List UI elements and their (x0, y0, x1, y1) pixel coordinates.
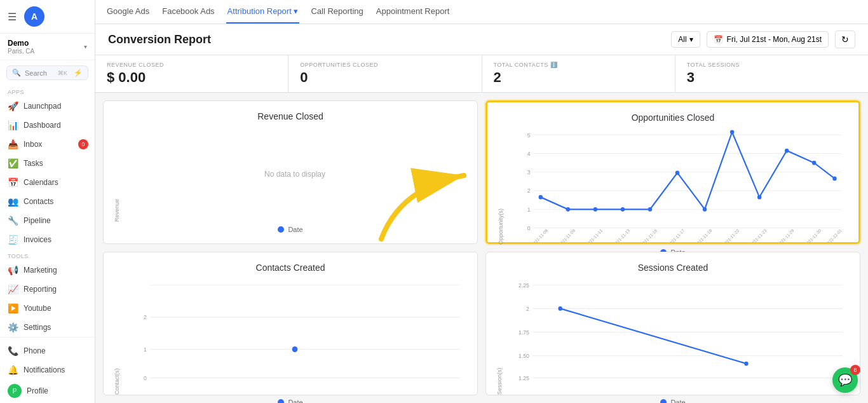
sidebar: ☰ A Demo Paris, CA ▾ 🔍 Search ⌘K ⚡ Apps … (0, 0, 95, 403)
calendars-icon: 📅 (8, 177, 18, 188)
notifications-icon: 🔔 (8, 365, 18, 375)
sidebar-item-tasks[interactable]: ✅ Tasks (0, 154, 95, 173)
sidebar-item-dashboard[interactable]: 📊 Dashboard (0, 116, 95, 135)
y-axis-label: Contact(s) (114, 278, 120, 395)
svg-text:2021-12-01: 2021-12-01 (825, 228, 843, 242)
tools-section-label: Tools (0, 249, 95, 261)
svg-text:1.50: 1.50 (519, 353, 529, 359)
chart-contacts-created: Contacts Created Contact(s) 0 1 2 (103, 252, 478, 395)
inbox-icon: 📥 (8, 139, 18, 149)
sidebar-item-reporting[interactable]: 📈 Reporting (0, 280, 95, 299)
chart-inner: Session(s) 1.25 1.50 1.75 2 2.25 (496, 278, 850, 395)
nav-attribution-report[interactable]: Attribution Report ▾ (226, 0, 300, 24)
sidebar-item-launchpad[interactable]: 🚀 Launchpad (0, 97, 95, 116)
chart-inner: Contact(s) 0 1 2 (114, 278, 467, 395)
svg-point-23 (832, 177, 836, 181)
chevron-down-icon: ▾ (84, 43, 87, 50)
svg-point-19 (730, 130, 734, 134)
sidebar-item-calendars[interactable]: 📅 Calendars (0, 173, 95, 192)
svg-point-20 (757, 195, 761, 200)
legend-label: Date (288, 226, 302, 233)
info-icon: ℹ️ (550, 62, 558, 68)
svg-text:5: 5 (527, 132, 531, 138)
charts-area: Revenue Closed Revenue No data to displa… (95, 93, 868, 403)
pipeline-icon: 🔧 (8, 215, 18, 226)
hamburger-icon[interactable]: ☰ (8, 11, 17, 23)
dashboard-icon: 📊 (8, 120, 18, 130)
nav-facebook-ads[interactable]: Facebook Ads (161, 0, 215, 24)
settings-icon: ⚙️ (8, 322, 18, 332)
refresh-button[interactable]: ↻ (835, 31, 855, 48)
youtube-icon: ▶️ (8, 303, 18, 313)
chart-svg-wrapper: 1.25 1.50 1.75 2 2.25 (505, 278, 850, 395)
svg-text:2021-11-23: 2021-11-23 (749, 228, 767, 242)
sidebar-item-phone[interactable]: 📞 Phone (0, 341, 95, 360)
sidebar-item-label: Pipeline (24, 216, 51, 225)
reporting-icon: 📈 (8, 284, 18, 294)
svg-text:2021-11-09: 2021-11-09 (558, 228, 576, 242)
account-location: Paris, CA (8, 48, 34, 55)
stat-label: Total Sessions (687, 62, 857, 68)
stat-revenue-closed: Revenue Closed $ 0.00 (95, 55, 288, 92)
filter-select[interactable]: All ▾ (671, 31, 700, 48)
nav-appointment-report[interactable]: Appointment Report (375, 0, 451, 24)
chat-bubble[interactable]: 💬 8 (832, 367, 858, 393)
sidebar-item-youtube[interactable]: ▶️ Youtube (0, 299, 95, 318)
profile-avatar: P (8, 384, 22, 398)
svg-text:1.25: 1.25 (519, 375, 529, 381)
svg-text:2021-11-19: 2021-11-19 (695, 228, 712, 242)
sidebar-item-label: Youtube (24, 304, 51, 313)
chart-legend: Date (496, 399, 850, 403)
sidebar-item-invoices[interactable]: 🧾 Invoices (0, 230, 95, 249)
svg-point-12 (539, 195, 543, 200)
chevron-down-icon: ▾ (689, 35, 693, 44)
sidebar-item-pipeline[interactable]: 🔧 Pipeline (0, 211, 95, 230)
stat-total-sessions: Total Sessions 3 (675, 55, 868, 92)
search-label: Search (25, 69, 47, 77)
legend-dot (660, 399, 667, 403)
svg-point-15 (621, 207, 625, 212)
svg-text:0: 0 (527, 225, 531, 231)
legend-label: Date (288, 399, 302, 403)
sidebar-item-label: Inbox (24, 140, 42, 149)
account-switcher[interactable]: Demo Paris, CA ▾ (0, 34, 95, 60)
filter-label: All (678, 35, 686, 44)
sidebar-item-label: Reporting (24, 285, 57, 294)
sidebar-item-label: Phone (24, 346, 46, 355)
svg-text:3: 3 (527, 169, 531, 175)
chart-opportunities-closed: Opportunities Closed Opportunity(s) 0 (485, 100, 860, 244)
apps-section-label: Apps (0, 85, 95, 97)
sidebar-bottom: 📞 Phone 🔔 Notifications P Profile (0, 337, 95, 403)
opportunities-chart-svg: 0 1 2 3 4 5 (506, 128, 848, 242)
svg-text:1: 1 (144, 346, 147, 353)
chart-svg-wrapper: 0 1 2 (123, 278, 467, 395)
main-content: Google Ads Facebook Ads Attribution Repo… (95, 0, 868, 403)
sidebar-item-contacts[interactable]: 👥 Contacts (0, 192, 95, 211)
nav-call-reporting[interactable]: Call Reporting (309, 0, 364, 24)
sidebar-item-inbox[interactable]: 📥 Inbox 0 (0, 135, 95, 154)
page-header: Conversion Report All ▾ 📅 Fri, Jul 21st … (95, 24, 868, 55)
sidebar-item-settings[interactable]: ⚙️ Settings (0, 318, 95, 337)
search-bar[interactable]: 🔍 Search ⌘K ⚡ (6, 65, 88, 80)
svg-point-16 (648, 207, 652, 212)
date-range-picker[interactable]: 📅 Fri, Jul 21st - Mon, Aug 21st (707, 31, 829, 48)
no-data-text: No data to display (264, 170, 325, 179)
stat-value: 0 (300, 69, 470, 86)
y-axis-label: Revenue (114, 126, 120, 222)
search-icon: 🔍 (12, 69, 21, 77)
svg-text:2: 2 (526, 306, 529, 312)
legend-label: Date (670, 399, 685, 403)
sidebar-header: ☰ A (0, 0, 95, 34)
sidebar-item-profile[interactable]: P Profile (0, 379, 95, 402)
sidebar-item-marketing[interactable]: 📢 Marketing (0, 261, 95, 280)
stat-label: Revenue Closed (107, 62, 276, 68)
chart-title: Opportunities Closed (498, 113, 848, 123)
svg-point-13 (566, 207, 570, 212)
stat-label: Opportunities Closed (300, 62, 470, 68)
phone-icon: 📞 (8, 346, 18, 356)
svg-point-14 (593, 207, 597, 212)
svg-text:2021-11-22: 2021-11-22 (722, 228, 740, 242)
nav-google-ads[interactable]: Google Ads (105, 0, 151, 24)
sidebar-item-notifications[interactable]: 🔔 Notifications (0, 360, 95, 379)
chart-title: Contacts Created (114, 263, 467, 273)
